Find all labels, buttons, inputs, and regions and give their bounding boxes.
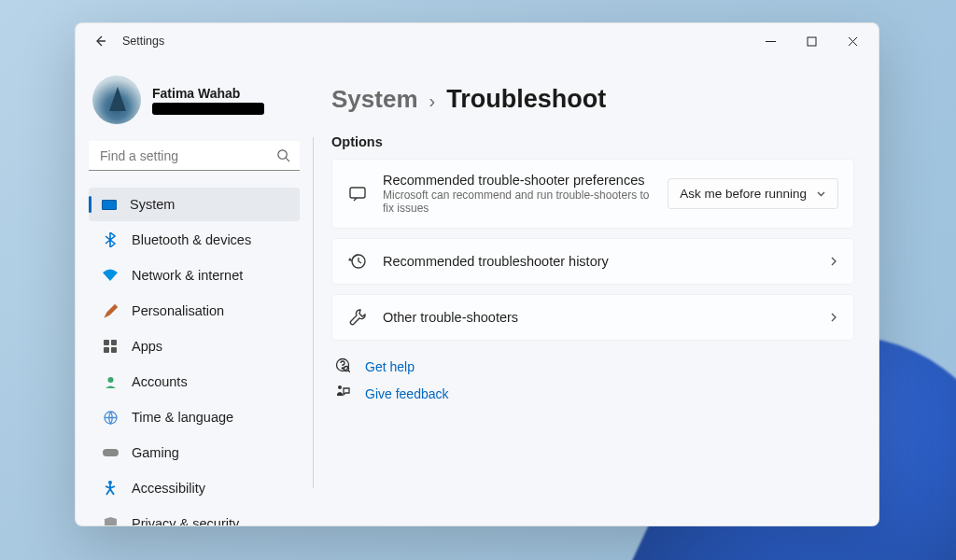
chevron-right-icon: [828, 311, 838, 324]
sidebar-item-accessibility[interactable]: Accessibility: [89, 471, 300, 505]
card-other[interactable]: Other trouble-shooters: [331, 294, 854, 341]
sidebar-item-label: Network & internet: [132, 268, 243, 283]
svg-point-16: [338, 385, 342, 389]
help-icon: [335, 357, 352, 375]
svg-rect-0: [766, 41, 776, 42]
dropdown-value: Ask me before running: [680, 187, 807, 201]
profile-block[interactable]: Fatima Wahab: [92, 76, 296, 124]
help-link-label: Give feedback: [365, 386, 449, 401]
system-icon: [102, 200, 117, 210]
svg-rect-9: [103, 449, 119, 456]
profile-text: Fatima Wahab: [152, 86, 264, 115]
chat-icon: [347, 185, 368, 203]
card-title: Other trouble-shooters: [383, 310, 813, 325]
sidebar-item-label: Gaming: [132, 445, 179, 460]
shield-icon: [102, 515, 119, 525]
sidebar-item-bluetooth[interactable]: Bluetooth & devices: [89, 223, 300, 257]
sidebar-item-label: Privacy & security: [132, 516, 239, 525]
card-history[interactable]: Recommended troubleshooter history: [331, 238, 854, 285]
wrench-icon: [347, 308, 368, 327]
svg-rect-4: [111, 340, 117, 345]
card-body: Other trouble-shooters: [383, 310, 813, 325]
history-icon: [347, 252, 368, 271]
sidebar-item-gaming[interactable]: Gaming: [89, 436, 300, 469]
help-links: Get help Give feedback: [331, 357, 854, 402]
card-preferences: Recommended trouble-shooter preferences …: [331, 159, 854, 229]
sidebar-item-label: Accounts: [132, 374, 188, 389]
card-body: Recommended trouble-shooter preferences …: [383, 173, 653, 215]
sidebar-item-system[interactable]: System: [89, 188, 300, 221]
back-button[interactable]: [87, 28, 113, 54]
svg-rect-3: [104, 340, 109, 345]
breadcrumb-parent[interactable]: System: [331, 85, 418, 114]
sidebar-item-label: Bluetooth & devices: [132, 232, 251, 247]
options-heading: Options: [331, 134, 854, 149]
close-icon: [848, 36, 858, 47]
svg-rect-11: [350, 188, 365, 198]
maximize-button[interactable]: [791, 26, 832, 56]
card-subtitle: Microsoft can recommend and run trouble-…: [383, 189, 653, 215]
window-controls: [750, 26, 873, 56]
sidebar-item-label: Personalisation: [132, 303, 224, 318]
preferences-dropdown[interactable]: Ask me before running: [668, 178, 838, 209]
wifi-icon: [102, 267, 119, 284]
breadcrumb-separator: ›: [429, 91, 436, 112]
svg-rect-6: [111, 347, 117, 353]
gaming-icon: [102, 444, 119, 461]
accessibility-icon: [102, 480, 119, 497]
app-title: Settings: [122, 35, 164, 48]
svg-point-14: [342, 368, 343, 369]
search-icon: [276, 148, 290, 166]
minimize-icon: [766, 36, 776, 47]
sidebar-item-label: Accessibility: [132, 481, 205, 496]
card-title: Recommended troubleshooter history: [383, 254, 813, 269]
sidebar-item-label: Apps: [132, 339, 162, 354]
svg-point-7: [107, 377, 113, 383]
main-panel: System › Troubleshoot Options Recommende…: [313, 59, 879, 525]
sidebar-item-personalisation[interactable]: Personalisation: [89, 294, 300, 328]
maximize-icon: [807, 36, 817, 47]
svg-point-2: [278, 150, 287, 159]
sidebar-item-accounts[interactable]: Accounts: [89, 365, 300, 399]
profile-email-redacted: [152, 103, 264, 115]
chevron-down-icon: [816, 189, 826, 199]
breadcrumb: System › Troubleshoot: [331, 85, 854, 114]
vertical-divider: [313, 137, 314, 488]
sidebar-item-time[interactable]: Time & language: [89, 400, 300, 434]
search-box: [89, 141, 300, 171]
paintbrush-icon: [102, 302, 119, 319]
page-title: Troubleshoot: [446, 85, 606, 114]
give-feedback-link[interactable]: Give feedback: [331, 385, 854, 402]
bluetooth-icon: [102, 231, 119, 248]
accounts-icon: [102, 373, 119, 390]
svg-rect-5: [104, 347, 109, 353]
settings-window: Settings Fatima Wahab: [75, 22, 879, 526]
back-arrow-icon: [92, 34, 107, 49]
globe-icon: [102, 409, 119, 426]
window-content: Fatima Wahab System: [76, 59, 879, 525]
minimize-button[interactable]: [750, 26, 791, 56]
apps-icon: [102, 338, 119, 355]
search-input[interactable]: [89, 141, 300, 171]
feedback-icon: [335, 385, 352, 402]
titlebar: Settings: [76, 23, 879, 59]
nav-list: System Bluetooth & devices Network & int…: [89, 188, 300, 525]
sidebar-item-network[interactable]: Network & internet: [89, 259, 300, 292]
sidebar-item-privacy[interactable]: Privacy & security: [89, 507, 300, 525]
help-link-label: Get help: [365, 359, 415, 374]
chevron-right-icon: [828, 255, 838, 268]
sidebar-item-label: System: [130, 197, 175, 212]
profile-name: Fatima Wahab: [152, 86, 264, 101]
get-help-link[interactable]: Get help: [331, 357, 854, 375]
sidebar-item-apps[interactable]: Apps: [89, 329, 300, 363]
sidebar: Fatima Wahab System: [76, 59, 313, 525]
card-body: Recommended troubleshooter history: [383, 254, 813, 269]
svg-rect-1: [808, 37, 816, 46]
card-title: Recommended trouble-shooter preferences: [383, 173, 653, 188]
sidebar-item-label: Time & language: [132, 410, 233, 425]
close-button[interactable]: [832, 26, 873, 56]
svg-point-10: [108, 481, 112, 484]
avatar: [92, 76, 141, 124]
